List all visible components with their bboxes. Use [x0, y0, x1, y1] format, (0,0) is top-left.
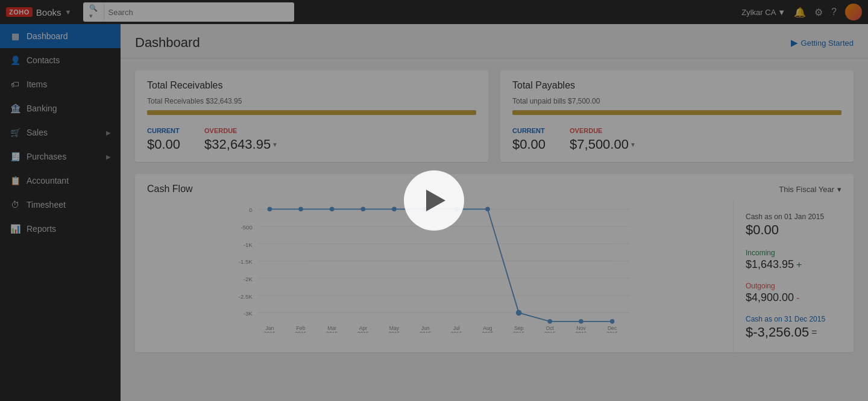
dashboard-content: Total Receivables Total Receivables $32,…: [121, 58, 868, 364]
svg-text:2015: 2015: [575, 331, 587, 333]
payables-card: Total Payables Total unpaid bills $7,500…: [500, 70, 854, 162]
svg-text:2015: 2015: [326, 331, 338, 333]
incoming-value-row: $1,643.95 +: [746, 258, 841, 271]
payables-current-block: CURRENT $0.00: [512, 127, 546, 152]
search-bar[interactable]: 🔍▾: [83, 2, 294, 22]
cash-end-row: $-3,256.05 =: [746, 325, 841, 340]
dashboard-icon: ▦: [10, 31, 20, 41]
play-triangle-icon: [426, 190, 445, 211]
receivables-card: Total Receivables Total Receivables $32,…: [135, 70, 488, 162]
cashflow-header: Cash Flow This Fiscal Year ▾: [135, 174, 854, 200]
logo-area[interactable]: ZOHO Books ▼: [6, 7, 71, 17]
sidebar-label-accountant: Accountant: [27, 176, 69, 185]
sidebar-item-contacts[interactable]: 👤 Contacts: [0, 48, 121, 72]
svg-text:-1K: -1K: [244, 241, 253, 248]
sidebar-label-purchases: Purchases: [27, 152, 66, 161]
main-content: Dashboard ▶ Getting Started Total Receiv…: [121, 24, 868, 401]
sidebar-item-dashboard[interactable]: ▦ Dashboard: [0, 24, 121, 48]
incoming-sign: +: [796, 260, 802, 270]
outgoing-value-row: $4,900.00 -: [746, 291, 841, 304]
search-dropdown[interactable]: 🔍▾: [89, 4, 104, 20]
payables-overdue-value[interactable]: $7,500.00 ▾: [570, 137, 635, 152]
svg-text:2015: 2015: [544, 331, 556, 333]
org-selector[interactable]: Zylkar CA ▼: [741, 8, 785, 17]
payables-overdue-caret-icon[interactable]: ▾: [631, 140, 635, 149]
fiscal-selector[interactable]: This Fiscal Year ▾: [779, 185, 841, 194]
incoming-label: Incoming: [746, 249, 841, 257]
stat-outgoing: Outgoing $4,900.00 -: [746, 282, 841, 304]
stat-incoming: Incoming $1,643.95 +: [746, 249, 841, 271]
svg-text:-1.5K: -1.5K: [239, 258, 253, 265]
stat-cash-end: Cash as on 31 Dec 2015 $-3,256.05 =: [746, 315, 841, 340]
receivables-title: Total Receivables: [147, 80, 476, 91]
notifications-icon[interactable]: 🔔: [794, 7, 806, 18]
svg-text:2015: 2015: [295, 331, 306, 333]
payables-title: Total Payables: [512, 80, 841, 91]
contacts-icon: 👤: [10, 55, 20, 65]
svg-text:2015: 2015: [451, 331, 462, 333]
svg-point-21: [485, 207, 490, 212]
svg-text:2015: 2015: [420, 331, 431, 333]
cards-row: Total Receivables Total Receivables $32,…: [135, 70, 854, 162]
receivables-overdue-value[interactable]: $32,643.95 ▾: [204, 137, 277, 152]
fiscal-caret-icon: ▾: [837, 185, 841, 194]
sidebar-item-purchases[interactable]: 🧾 Purchases ▶: [0, 145, 121, 169]
play-button[interactable]: [404, 170, 464, 231]
cash-end-date-label: Cash as on 31 Dec 2015: [746, 315, 841, 323]
svg-text:2015: 2015: [264, 331, 275, 333]
receivables-progress-fill: [147, 110, 476, 115]
sidebar-item-reports[interactable]: 📊 Reports: [0, 217, 121, 241]
outgoing-sign: -: [796, 293, 799, 303]
books-caret-icon[interactable]: ▼: [64, 8, 71, 16]
svg-text:2015: 2015: [482, 331, 493, 333]
cashflow-stats: Cash as on 01 Jan 2015 $0.00 Incoming $1…: [733, 200, 854, 352]
payables-current-label: CURRENT: [512, 127, 546, 134]
accountant-icon: 📋: [10, 176, 20, 185]
settings-icon[interactable]: ⚙: [814, 7, 823, 18]
sidebar-label-reports: Reports: [27, 224, 56, 234]
cashflow-body: 0 -500 -1K -1.5K -2K -2.5K -3K: [135, 200, 854, 352]
payables-amounts: CURRENT $0.00 OVERDUE $7,500.00 ▾: [512, 127, 841, 152]
sidebar-item-sales[interactable]: 🛒 Sales ▶: [0, 120, 121, 145]
svg-text:-2K: -2K: [244, 276, 253, 282]
page-header: Dashboard ▶ Getting Started: [121, 24, 868, 58]
svg-point-17: [361, 207, 366, 212]
receivables-current-label: CURRENT: [147, 127, 180, 134]
receivables-overdue-block: OVERDUE $32,643.95 ▾: [204, 127, 277, 152]
svg-point-14: [268, 207, 272, 212]
sidebar-item-items[interactable]: 🏷 Items: [0, 72, 121, 96]
reports-icon: 📊: [10, 224, 20, 234]
search-input[interactable]: [108, 8, 288, 17]
svg-text:-2.5K: -2.5K: [239, 293, 253, 300]
sidebar-label-sales: Sales: [27, 128, 48, 137]
avatar[interactable]: [845, 4, 862, 20]
svg-point-25: [610, 319, 615, 324]
sidebar-item-banking[interactable]: 🏦 Banking: [0, 96, 121, 120]
zoho-logo: ZOHO: [6, 7, 33, 17]
overdue-caret-icon[interactable]: ▾: [273, 140, 277, 149]
svg-point-15: [298, 207, 303, 212]
svg-point-22: [516, 310, 522, 316]
sales-icon: 🛒: [10, 128, 20, 137]
sidebar-label-items: Items: [27, 79, 47, 89]
items-icon: 🏷: [10, 79, 20, 89]
svg-text:2015: 2015: [606, 331, 618, 333]
play-circle-icon: ▶: [791, 37, 798, 48]
help-icon[interactable]: ?: [831, 7, 837, 17]
receivables-progress-bar: [147, 110, 476, 115]
sidebar-item-accountant[interactable]: 📋 Accountant: [0, 169, 121, 193]
getting-started-button[interactable]: ▶ Getting Started: [791, 37, 854, 48]
cashflow-card: Cash Flow This Fiscal Year ▾ 0 -500 -1K …: [135, 174, 854, 352]
stat-cash-on: Cash as on 01 Jan 2015 $0.00: [746, 213, 841, 238]
payables-overdue-block: OVERDUE $7,500.00 ▾: [570, 127, 635, 152]
sidebar-label-timesheet: Timesheet: [27, 200, 66, 210]
sidebar-item-timesheet[interactable]: ⏱ Timesheet: [0, 193, 121, 217]
svg-point-24: [579, 319, 583, 324]
sales-chevron-icon: ▶: [106, 129, 111, 136]
purchases-chevron-icon: ▶: [106, 154, 111, 160]
nav-right: Zylkar CA ▼ 🔔 ⚙ ?: [741, 4, 862, 20]
payables-current-value: $0.00: [512, 137, 546, 152]
receivables-subtitle: Total Receivables $32,643.95: [147, 97, 476, 105]
timesheet-icon: ⏱: [10, 200, 20, 210]
sidebar-label-contacts: Contacts: [27, 55, 60, 65]
